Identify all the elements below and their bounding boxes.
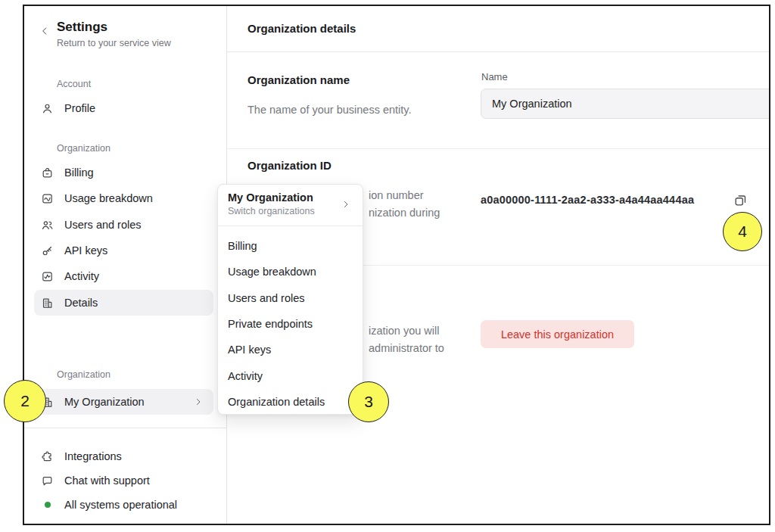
leave-description-fragment: ization you will: [369, 325, 440, 337]
sidebar-item-billing[interactable]: Billing: [34, 160, 213, 185]
section-label-organization-2: Organization: [57, 369, 110, 380]
sidebar-item-details[interactable]: Details: [34, 290, 213, 316]
sidebar-item-my-organization[interactable]: My Organization: [34, 389, 213, 415]
usage-chart-icon: [41, 192, 54, 205]
app-window: Settings Return to your service view Acc…: [23, 5, 770, 525]
chat-bubble-icon: [41, 474, 54, 487]
annotation-badge-3: 3: [348, 381, 389, 422]
sidebar-item-label: All systems operational: [64, 499, 177, 511]
chevron-right-icon: [194, 397, 203, 406]
org-id-description-fragment: nization during: [369, 207, 440, 219]
sidebar-item-label: Profile: [64, 102, 95, 114]
sidebar-item-activity[interactable]: Activity: [34, 263, 213, 289]
organization-id-value: a0a00000-1111-2aa2-a333-a4a44aa444aa: [481, 194, 694, 206]
section-label-organization: Organization: [57, 143, 110, 154]
dropdown-item-organization-details[interactable]: Organization details: [218, 389, 363, 415]
annotation-badge-4: 4: [723, 212, 762, 251]
status-dot-icon: [45, 502, 51, 508]
key-icon: [41, 244, 54, 257]
leave-organization-button[interactable]: Leave this organization: [481, 320, 634, 348]
settings-sidebar: Settings Return to your service view Acc…: [24, 6, 227, 524]
org-id-title: Organization ID: [247, 159, 331, 172]
organization-dropdown-menu: My Organization Switch organizations Bil…: [217, 184, 363, 415]
dropdown-item-users-and-roles[interactable]: Users and roles: [218, 285, 363, 311]
dropdown-item-billing[interactable]: Billing: [218, 233, 363, 259]
sidebar-item-label: Users and roles: [64, 219, 142, 231]
sidebar-item-label: Billing: [64, 166, 94, 179]
sidebar-item-api-keys[interactable]: API keys: [34, 238, 213, 263]
sidebar-item-label: My Organization: [64, 396, 145, 408]
copy-button[interactable]: [731, 191, 749, 209]
activity-pulse-icon: [41, 270, 54, 283]
users-icon: [41, 219, 54, 232]
page-title: Organization details: [247, 22, 356, 35]
sidebar-item-label: Integrations: [64, 450, 122, 462]
dropdown-list: Billing Usage breakdown Users and roles …: [218, 226, 363, 415]
section-label-account: Account: [57, 79, 91, 89]
sidebar-item-label: Details: [64, 297, 98, 309]
copy-icon: [733, 193, 748, 207]
sidebar-item-label: Activity: [64, 270, 99, 282]
name-field-label: Name: [481, 71, 508, 82]
chevron-left-icon[interactable]: [39, 26, 50, 36]
organization-name-input[interactable]: [481, 89, 770, 119]
sidebar-item-users-and-roles[interactable]: Users and roles: [34, 212, 213, 238]
puzzle-icon: [41, 450, 54, 463]
org-name-description: The name of your business entity.: [247, 104, 412, 116]
dropdown-title: My Organization: [228, 191, 353, 204]
building-icon: [41, 297, 54, 310]
annotation-badge-2: 2: [4, 380, 46, 422]
dropdown-item-private-endpoints[interactable]: Private endpoints: [218, 311, 363, 337]
sidebar-item-profile[interactable]: Profile: [34, 95, 213, 121]
dropdown-item-api-keys[interactable]: API keys: [218, 337, 363, 362]
dropdown-item-usage-breakdown[interactable]: Usage breakdown: [218, 259, 363, 285]
sidebar-item-integrations[interactable]: Integrations: [34, 443, 213, 469]
section-divider: [227, 148, 769, 149]
org-name-title: Organization name: [247, 73, 350, 86]
sidebar-subtitle[interactable]: Return to your service view: [57, 38, 171, 48]
sidebar-item-label: Usage breakdown: [64, 192, 153, 204]
dropdown-item-activity[interactable]: Activity: [218, 362, 363, 388]
sidebar-divider: [24, 428, 226, 428]
sidebar-item-chat-support[interactable]: Chat with support: [34, 468, 213, 493]
org-id-description-fragment: ion number: [369, 189, 424, 201]
sidebar-item-usage-breakdown[interactable]: Usage breakdown: [34, 185, 213, 211]
chevron-right-icon: [341, 200, 350, 209]
sidebar-item-label: Chat with support: [64, 474, 150, 487]
dropdown-subtitle: Switch organizations: [228, 206, 353, 216]
sidebar-item-label: API keys: [64, 244, 107, 257]
header-divider: [227, 51, 769, 52]
dropdown-header[interactable]: My Organization Switch organizations: [218, 185, 363, 226]
leave-description-fragment: administrator to: [369, 342, 444, 354]
sidebar-title: Settings: [57, 20, 107, 35]
sidebar-item-system-status[interactable]: All systems operational: [34, 492, 213, 518]
person-icon: [41, 102, 54, 115]
billing-icon: [41, 166, 54, 179]
